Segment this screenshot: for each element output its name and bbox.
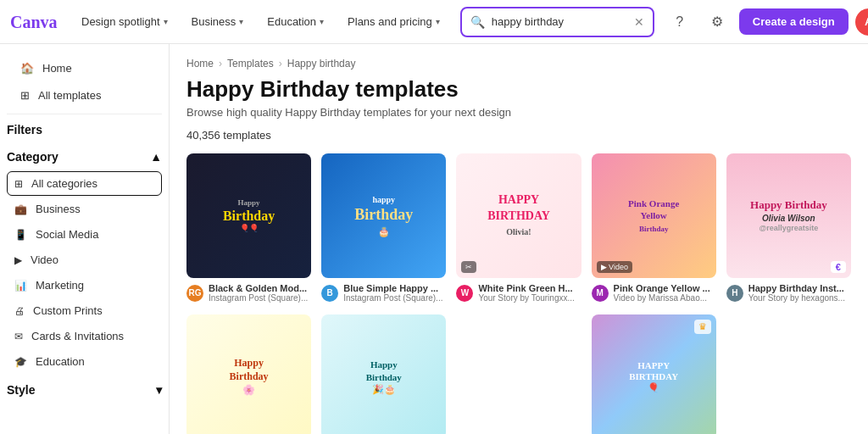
main-content: Home › Templates › Happy birthday Happy … [170, 44, 868, 434]
template-preview: Happy Birthday 🎈🎈 [186, 153, 311, 278]
template-avatar: M [592, 285, 609, 302]
template-preview: HappyBirthday🎉🎂 [321, 314, 446, 434]
template-image-wrap: Happy Birthday 🎈🎈 [186, 153, 311, 278]
nav-right: ? ⚙ Create a design A [665, 7, 868, 37]
sidebar: 🏠 Home ⊞ All templates Filters Category … [0, 44, 170, 434]
home-icon: 🏠 [20, 62, 34, 75]
template-image-wrap: happy Birthday 🎂 [321, 153, 446, 278]
template-author: Your Story by Touringxx... [478, 293, 574, 303]
template-card[interactable]: Happy Birthday Olivia Wilson @reallygrea… [726, 153, 851, 304]
canva-logo[interactable]: Canva [10, 13, 61, 31]
search-clear-icon[interactable]: ✕ [634, 15, 644, 29]
category-section: Category ▲ ⊞ All categories 💼 Business 📱… [0, 140, 169, 376]
filters-title[interactable]: Filters [0, 120, 169, 140]
template-preview: Happy Birthday Olivia Wilson @reallygrea… [726, 153, 851, 278]
template-image-wrap: Happy Birthday Olivia Wilson @reallygrea… [726, 153, 851, 278]
category-filter-title[interactable]: Category ▲ [7, 143, 162, 170]
plus-badge: € [831, 261, 846, 273]
sidebar-item-all-templates[interactable]: ⊞ All templates [7, 82, 162, 108]
filter-education[interactable]: 🎓 Education [7, 349, 162, 374]
filter-all-categories[interactable]: ⊞ All categories [7, 171, 162, 196]
template-preview: HAPPYBIRTHDAYOlivia! ✂ [456, 153, 581, 278]
template-card[interactable]: HappyBirthday🎉🎂 H Happy Birthday [321, 314, 446, 434]
template-image-wrap: Pink OrangeYellowBirthday ▶ Video [592, 153, 716, 278]
template-name: White Pink Green H... [478, 283, 574, 293]
nav-education[interactable]: Education ▾ [257, 10, 334, 33]
template-image-wrap: HAPPYBIRTHDAY🎈 ♛ [592, 314, 716, 434]
template-meta: M Pink Orange Yellow ... Video by Mariss… [592, 281, 716, 304]
settings-button[interactable]: ⚙ [702, 7, 732, 37]
template-image-wrap: HAPPYBIRTHDAYOlivia! ✂ [456, 153, 581, 278]
template-preview: Pink OrangeYellowBirthday ▶ Video [592, 153, 716, 278]
template-author: Video by Marissa Abao... [614, 293, 710, 303]
video-icon: ▶ [14, 254, 22, 266]
nav-business[interactable]: Business ▾ [181, 10, 254, 33]
sidebar-item-home[interactable]: 🏠 Home [7, 55, 162, 81]
filter-video[interactable]: ▶ Video [7, 248, 162, 272]
template-avatar: H [726, 285, 743, 302]
template-card[interactable]: Happy Birthday 🎈🎈 RG Black & Golden Mod.… [186, 153, 311, 304]
search-input[interactable] [492, 15, 634, 28]
filter-social-media[interactable]: 📱 Social Media [7, 222, 162, 247]
avatar[interactable]: A [855, 8, 868, 36]
nav-design-spotlight[interactable]: Design spotlight ▾ [71, 10, 178, 33]
templates-count: 40,356 templates [186, 129, 851, 142]
template-avatar: W [456, 285, 473, 302]
main-layout: 🏠 Home ⊞ All templates Filters Category … [0, 44, 868, 434]
filter-cards-invitations[interactable]: ✉ Cards & Invitations [7, 324, 162, 348]
cut-icon: ✂ [461, 261, 476, 273]
template-image-wrap: HappyBirthday🎉🎂 [321, 314, 446, 434]
template-meta: B Blue Simple Happy ... Instagram Post (… [321, 281, 446, 304]
template-card[interactable]: HAPPYBIRTHDAYOlivia! ✂ W White Pink Gree… [456, 153, 581, 304]
sidebar-divider [7, 114, 162, 114]
template-author: Instagram Post (Square)... [343, 293, 442, 303]
chevron-down-icon: ▾ [320, 17, 324, 26]
page-title: Happy Birthday templates [186, 76, 851, 103]
chevron-down-icon: ▾ [156, 383, 162, 397]
breadcrumb: Home › Templates › Happy birthday [186, 58, 851, 70]
style-filter-title[interactable]: Style ▾ [7, 383, 162, 397]
template-author: Your Story by hexagons... [748, 293, 845, 303]
template-meta: W White Pink Green H... Your Story by To… [456, 281, 581, 304]
template-image-wrap: HappyBirthday🌸 [186, 314, 311, 434]
help-button[interactable]: ? [665, 7, 695, 37]
filters-section: Filters Category ▲ ⊞ All categories 💼 Bu… [0, 120, 169, 398]
template-name: Black & Golden Mod... [209, 283, 308, 293]
breadcrumb-sep-1: › [219, 58, 222, 70]
social-icon: 📱 [14, 229, 27, 241]
template-name: Blue Simple Happy ... [343, 283, 442, 293]
card-icon: ✉ [14, 331, 23, 342]
templates-icon: ⊞ [20, 89, 30, 102]
search-icon: 🔍 [470, 15, 485, 29]
template-card[interactable]: HappyBirthday🌸 H Happy Birthday [186, 314, 311, 434]
svg-text:Canva: Canva [10, 13, 58, 31]
chevron-down-icon: ▾ [164, 17, 168, 26]
print-icon: 🖨 [14, 305, 25, 317]
chevron-down-icon: ▾ [436, 17, 440, 26]
filter-custom-prints[interactable]: 🖨 Custom Prints [7, 298, 162, 323]
grid-icon: ⊞ [14, 178, 23, 190]
template-preview: HAPPYBIRTHDAY🎈 ♛ [592, 314, 716, 434]
template-name: Pink Orange Yellow ... [614, 283, 710, 293]
search-bar: 🔍 ✕ [460, 7, 654, 37]
template-preview: HappyBirthday🌸 [186, 314, 311, 434]
filter-marketing[interactable]: 📊 Marketing [7, 273, 162, 298]
video-badge: ▶ Video [597, 261, 632, 273]
top-nav: Canva Design spotlight ▾ Business ▾ Educ… [0, 0, 868, 44]
template-card[interactable]: happy Birthday 🎂 B Blue Simple Happy ...… [321, 153, 446, 304]
chart-icon: 📊 [14, 280, 27, 292]
briefcase-icon: 💼 [14, 203, 27, 215]
crown-badge: ♛ [694, 320, 711, 334]
template-card[interactable]: Pink OrangeYellowBirthday ▶ Video M Pink… [592, 153, 716, 304]
filter-business[interactable]: 💼 Business [7, 197, 162, 221]
page-description: Browse high quality Happy Birthday templ… [186, 106, 851, 119]
breadcrumb-home[interactable]: Home [186, 58, 214, 70]
chevron-down-icon: ▾ [239, 17, 243, 26]
template-grid: Happy Birthday 🎈🎈 RG Black & Golden Mod.… [186, 153, 851, 434]
template-card[interactable]: HAPPYBIRTHDAY🎈 ♛ H HAPPY BIRTHDAY [592, 314, 716, 434]
breadcrumb-templates[interactable]: Templates [227, 58, 274, 70]
nav-plans[interactable]: Plans and pricing ▾ [337, 10, 450, 33]
breadcrumb-current: Happy birthday [287, 58, 356, 70]
create-design-button[interactable]: Create a design [739, 8, 849, 35]
template-meta: RG Black & Golden Mod... Instagram Post … [186, 281, 311, 304]
